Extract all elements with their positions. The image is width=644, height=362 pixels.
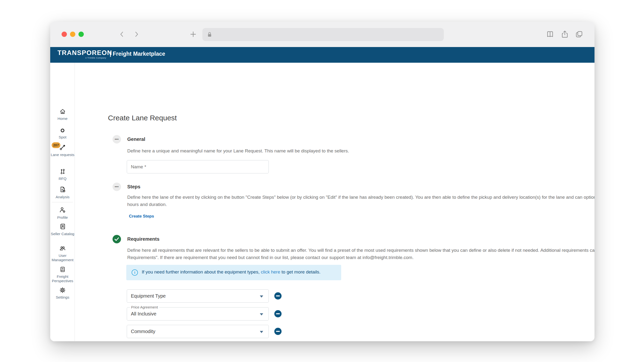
close-window-button[interactable]	[62, 32, 67, 37]
product-name: | Freight Marketplace	[110, 51, 165, 57]
sidebar-label: User Management	[50, 253, 75, 262]
screenshot-stage: TRANSPOREON A Trimble Company | Freight …	[0, 0, 644, 362]
price-agreement-dropdown[interactable]: Price Agreement All Inclusive	[127, 307, 269, 321]
chevron-down-icon	[260, 295, 263, 298]
requirements-description-line2: Requirements". If there are requirement …	[127, 254, 594, 261]
back-icon[interactable]	[118, 30, 126, 38]
sidebar-label: Settings	[50, 295, 75, 300]
home-icon	[60, 108, 66, 115]
sidebar-item-analysis[interactable]: $ Analysis	[50, 186, 75, 199]
click-here-link[interactable]: click here	[261, 269, 280, 274]
sidebar-item-spot[interactable]: Spot	[50, 128, 75, 139]
commodity-dropdown[interactable]: Commodity	[127, 325, 269, 338]
dropdown-label: Equipment Type	[131, 293, 166, 299]
equipment-info-banner: i If you need further information about …	[126, 265, 341, 280]
info-icon: i	[132, 269, 138, 276]
freight-perspectives-icon	[59, 266, 66, 273]
seller-catalog-icon	[59, 223, 66, 230]
page-title: Create Lane Request	[108, 114, 177, 122]
steps-description-line2: hours and duration.	[127, 201, 594, 208]
create-steps-button[interactable]: Create Steps	[129, 214, 154, 219]
sidebar-label: Analysis	[50, 195, 75, 199]
settings-gear-icon	[59, 287, 66, 294]
address-bar[interactable]	[202, 28, 444, 41]
sidebar-label: Spot	[50, 135, 75, 139]
remove-price-agreement-button[interactable]	[274, 310, 282, 317]
browser-window: TRANSPOREON A Trimble Company | Freight …	[50, 22, 594, 341]
general-section-heading: General	[127, 137, 145, 142]
info-text-after: to get more details.	[282, 269, 321, 274]
analysis-icon: $	[59, 186, 66, 193]
sidebar-label: Lane requests	[50, 153, 75, 157]
sidebar-item-seller-catalog[interactable]: Seller Catalog	[50, 223, 75, 236]
main-content: Create Lane Request ••• General Define h…	[75, 63, 594, 341]
sidebar-label: Seller Catalog	[50, 232, 75, 236]
chevron-down-icon	[260, 313, 263, 316]
remove-equipment-type-button[interactable]	[274, 292, 282, 300]
remove-commodity-button[interactable]	[274, 328, 282, 335]
steps-status-pending-icon: •••	[112, 182, 121, 191]
steps-description-line1: Define here the lane of the event by cli…	[127, 194, 594, 201]
share-icon[interactable]	[560, 30, 569, 39]
minimize-window-button[interactable]	[70, 32, 75, 37]
sidebar-label: RFQ	[50, 177, 75, 181]
checkmark-icon	[114, 237, 119, 241]
rfq-icon	[60, 168, 66, 175]
forward-icon[interactable]	[132, 30, 140, 38]
sidebar-reader-icon[interactable]	[546, 30, 554, 39]
spot-icon	[60, 128, 66, 133]
browser-toolbar	[50, 22, 594, 47]
lock-icon	[206, 31, 213, 38]
dropdown-value: All Inclusive	[131, 311, 156, 317]
info-text-before: If you need further information about th…	[142, 269, 260, 274]
app-header: TRANSPOREON A Trimble Company | Freight …	[50, 47, 594, 63]
equipment-type-dropdown[interactable]: Equipment Type	[127, 289, 269, 303]
logo-subtitle: A Trimble Company	[58, 57, 106, 59]
user-management-icon	[59, 245, 66, 252]
name-input[interactable]	[127, 160, 269, 174]
zoom-window-button[interactable]	[78, 32, 84, 37]
sidebar-label: Home	[50, 117, 75, 121]
transporeon-logo: TRANSPOREON	[58, 49, 112, 57]
sidebar-item-home[interactable]: Home	[50, 108, 75, 121]
general-section-description: Define here a unique and meaningful name…	[127, 147, 594, 155]
steps-section-heading: Steps	[127, 184, 140, 189]
requirements-section-heading: Requirements	[127, 236, 159, 242]
sidebar-item-profile[interactable]: Profile	[50, 206, 75, 220]
requirements-status-complete-icon	[112, 235, 121, 243]
lane-requests-count-badge: 207	[52, 142, 60, 148]
requirements-description-line1: Define here all requirements that are re…	[127, 247, 594, 254]
sidebar-item-settings[interactable]: Settings	[50, 287, 75, 300]
sidebar-item-rfq[interactable]: RFQ	[50, 168, 75, 181]
profile-icon	[59, 206, 66, 214]
general-status-pending-icon: •••	[112, 135, 121, 144]
chevron-down-icon	[260, 331, 263, 333]
dropdown-label: Commodity	[131, 329, 155, 334]
new-tab-plus-icon[interactable]	[189, 30, 197, 38]
sidebar-label: Profile	[50, 215, 75, 220]
sidebar-nav: Home Spot 207 Lane requests	[50, 63, 75, 341]
tabs-overview-icon[interactable]	[575, 30, 584, 39]
sidebar-item-user-management[interactable]: User Management	[50, 245, 75, 262]
sidebar-item-freight-perspectives[interactable]: Freight Perspectives	[50, 266, 75, 283]
sidebar-item-lane-requests[interactable]: 207 Lane requests	[50, 144, 75, 157]
sidebar-label: Freight Perspectives	[50, 274, 75, 283]
price-agreement-floating-label: Price Agreement	[130, 305, 159, 309]
